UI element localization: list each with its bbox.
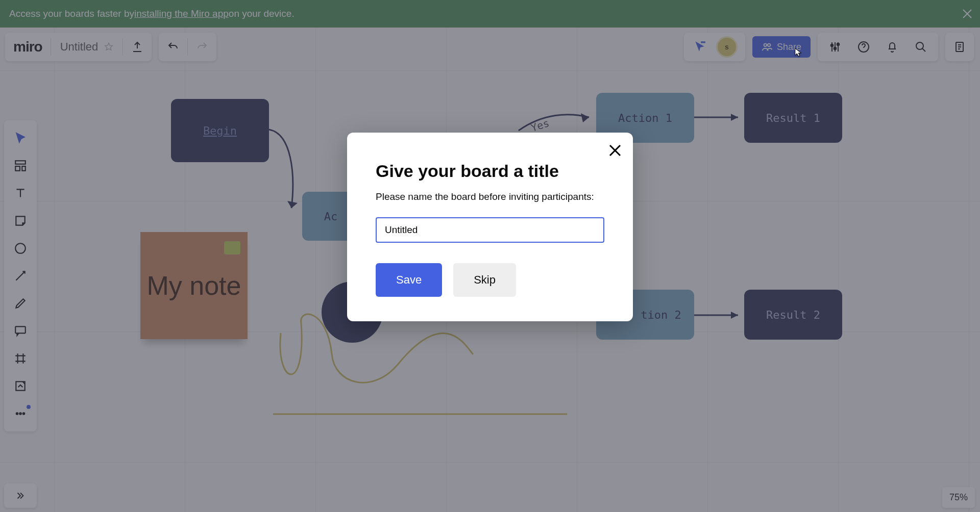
modal-title: Give your board a title	[376, 161, 604, 181]
board-name-input[interactable]	[376, 217, 604, 243]
close-icon[interactable]	[607, 143, 623, 158]
title-modal: Give your board a title Please name the …	[347, 133, 633, 321]
skip-button[interactable]: Skip	[453, 263, 516, 297]
modal-overlay[interactable]: Give your board a title Please name the …	[0, 0, 980, 512]
modal-body: Please name the board before inviting pa…	[376, 190, 604, 204]
save-button[interactable]: Save	[376, 263, 442, 297]
